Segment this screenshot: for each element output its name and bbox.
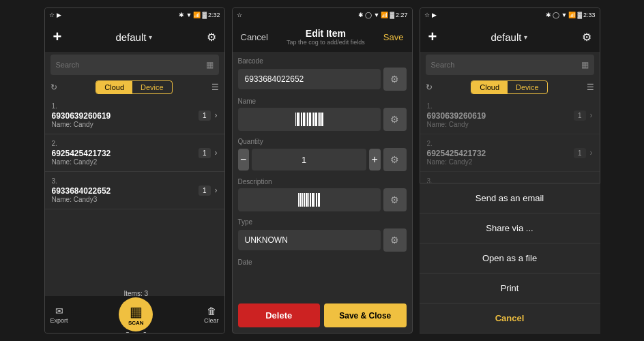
signal-icon-3: ◯ [553, 12, 559, 18]
dropdown-caret-icon[interactable]: ▾ [149, 33, 152, 41]
delete-button[interactable]: Delete [238, 303, 321, 327]
search-bar-3[interactable]: ▦ [426, 55, 594, 75]
chevron-right-icon: › [215, 186, 218, 195]
description-field-row: ⚙ [238, 188, 407, 211]
type-field-row: ⚙ [238, 228, 407, 252]
export-button[interactable]: ✉ Export [50, 306, 68, 324]
description-label: Description [238, 178, 407, 186]
barcode-label: Barcode [238, 57, 407, 65]
bluetooth-icon: ✱ [179, 12, 184, 18]
barcode-line [312, 193, 314, 207]
menu-icon-3: ☆ [424, 12, 430, 18]
app-title: default [115, 31, 146, 43]
list-view-icon[interactable]: ☰ [211, 83, 219, 92]
barcode-line [313, 113, 314, 126]
type-label: Type [238, 218, 407, 226]
list-item[interactable]: 3. 6933684022652 Name: Candy3 1 › [45, 172, 224, 209]
edit-subtitle: Tap the cog to add/edit fields [287, 39, 365, 46]
name-barcode-preview [238, 108, 381, 131]
description-gear-button[interactable]: ⚙ [383, 188, 407, 211]
barcode-line [298, 193, 299, 207]
title-area-3: default ▾ [491, 31, 527, 43]
quantity-plus-button[interactable]: + [369, 149, 381, 170]
barcode-input[interactable] [238, 69, 381, 89]
quantity-field-section: Quantity − + ⚙ [238, 138, 407, 171]
date-field-section: Date [238, 258, 407, 266]
refresh-icon-3[interactable]: ↻ [426, 83, 433, 92]
signal-icon: ▼ [186, 12, 192, 18]
quantity-gear-button[interactable]: ⚙ [383, 148, 407, 171]
item-info: 1. 6930639260619 Name: Candy [52, 102, 199, 128]
barcode-line [307, 113, 308, 126]
edit-footer: Delete Save & Close [233, 298, 412, 333]
cancel-menu-item[interactable]: Cancel [420, 303, 600, 333]
chevron-right-icon-3b: › [590, 148, 593, 158]
time-display-3: 2:33 [583, 12, 596, 18]
name-gear-button[interactable]: ⚙ [383, 108, 407, 131]
add-button[interactable]: + [53, 28, 62, 46]
list-item-3a: 1. 6930639260619 Name: Candy 1 › [420, 97, 600, 134]
chevron-right-icon-3a: › [590, 110, 593, 120]
item-info: 3. 6933684022652 Name: Candy3 [52, 177, 199, 203]
edit-item-title: Edit Item [287, 28, 365, 39]
barcode-line [316, 193, 317, 207]
list-item[interactable]: 1. 6930639260619 Name: Candy 1 › [45, 97, 224, 134]
scan-button[interactable]: ▦ SCAN [119, 297, 153, 331]
list-item[interactable]: 2. 6925425421732 Name: Candy2 1 › [45, 134, 224, 172]
share-via-menu-item[interactable]: Share via ... [420, 213, 600, 243]
search-input-3[interactable] [431, 61, 581, 69]
barcode-line [312, 113, 312, 126]
save-close-button[interactable]: Save & Close [324, 303, 407, 327]
status-bar-3: ☆ ▶ ✱ ◯ ▼ 📶 ▓ 2:33 [420, 8, 600, 22]
quantity-input[interactable] [252, 149, 366, 170]
toggle-row-3: ↻ Cloud Device ☰ [420, 78, 600, 97]
description-field-section: Description [238, 178, 407, 211]
barcode-gear-button[interactable]: ⚙ [383, 68, 407, 91]
clear-label: Clear [204, 317, 219, 324]
barcode-line [308, 193, 309, 207]
type-gear-button[interactable]: ⚙ [383, 228, 407, 252]
edit-header: Cancel Edit Item Tap the cog to add/edit… [233, 22, 412, 52]
type-input[interactable] [238, 230, 381, 250]
settings-icon-3[interactable]: ⚙ [582, 31, 591, 44]
barcode-search-icon: ▦ [206, 60, 214, 70]
device-toggle-button[interactable]: Device [132, 81, 172, 93]
send-email-menu-item[interactable]: Send as an email [420, 183, 600, 213]
time-display-2: 2:27 [396, 12, 408, 18]
add-button-3[interactable]: + [428, 28, 437, 46]
barcode-line [310, 193, 311, 207]
app-title-3: default [491, 31, 521, 43]
android-icon: ☆ [49, 12, 55, 18]
app-header-3: + default ▾ ⚙ [420, 22, 600, 52]
barcode-line [302, 193, 303, 207]
screen1-main-list: ☆ ▶ ✱ ▼ 📶 ▓ 2:32 + default ▾ ⚙ ▦ [44, 8, 225, 333]
open-file-menu-item[interactable]: Open as a file [420, 243, 600, 273]
cloud-toggle-button-3[interactable]: Cloud [471, 81, 508, 93]
description-barcode-preview [238, 188, 381, 211]
search-bar[interactable]: ▦ [50, 55, 219, 75]
search-input[interactable] [56, 61, 206, 69]
device-toggle-button-3[interactable]: Device [508, 81, 547, 93]
scan-label: SCAN [128, 320, 144, 326]
save-button[interactable]: Save [383, 32, 404, 42]
barcode-line [299, 193, 302, 207]
clear-button[interactable]: 🗑 Clear [204, 306, 219, 324]
print-menu-item[interactable]: Print [420, 273, 600, 303]
scan-barcode-icon: ▦ [130, 303, 143, 320]
time-display: 2:32 [208, 12, 220, 18]
barcode-line [315, 113, 317, 126]
status-right-area: ✱ ▼ 📶 ▓ 2:32 [179, 12, 220, 18]
list-view-icon-3[interactable]: ☰ [587, 83, 594, 92]
cancel-button[interactable]: Cancel [241, 32, 268, 42]
barcode-line [319, 113, 321, 126]
wifi-icon-2: ▼ [373, 12, 379, 18]
refresh-icon[interactable]: ↻ [50, 83, 57, 92]
chevron-right-icon: › [215, 110, 218, 120]
settings-icon[interactable]: ⚙ [207, 31, 216, 44]
cloud-device-toggle[interactable]: Cloud Device [96, 80, 172, 94]
context-menu: Send as an email Share via ... Open as a… [420, 183, 600, 333]
dropdown-caret-icon-3[interactable]: ▾ [524, 33, 527, 41]
cloud-toggle-button[interactable]: Cloud [96, 81, 132, 93]
cloud-device-toggle-3[interactable]: Cloud Device [471, 80, 547, 94]
quantity-minus-button[interactable]: − [238, 149, 250, 170]
